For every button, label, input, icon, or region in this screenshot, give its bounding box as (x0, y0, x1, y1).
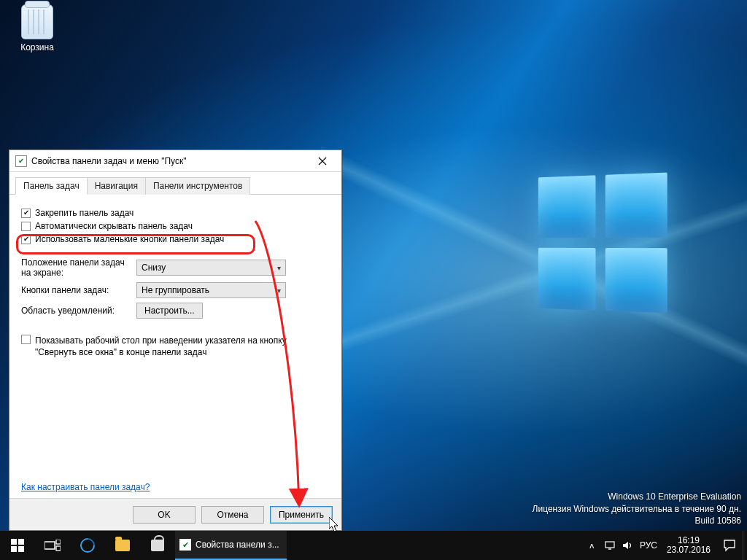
svg-rect-4 (44, 542, 55, 549)
folder-icon (115, 540, 130, 551)
checkbox-icon (21, 335, 31, 344)
svg-rect-5 (56, 540, 61, 544)
position-row: Положение панели задач на экране: Снизу … (21, 257, 330, 278)
checkbox-icon (21, 235, 31, 244)
dialog-body: Закрепить панель задач Автоматически скр… (9, 195, 341, 498)
buttons-row: Кнопки панели задач: Не группировать ▾ (21, 282, 330, 298)
network-icon[interactable] (601, 531, 619, 560)
show-desktop-button[interactable] (743, 531, 747, 560)
tab-toolbars[interactable]: Панели инструментов (145, 177, 250, 195)
autohide-taskbar-checkbox[interactable]: Автоматически скрывать панель задач (21, 221, 330, 231)
action-center-button[interactable] (716, 539, 743, 552)
close-button[interactable] (306, 151, 338, 171)
dialog-tabs: Панель задач Навигация Панели инструмент… (9, 172, 341, 195)
svg-rect-3 (18, 546, 24, 552)
svg-rect-2 (11, 546, 17, 552)
taskbar-running-item[interactable]: Свойства панели з... (175, 531, 287, 560)
svg-rect-7 (605, 542, 614, 548)
taskbar-clock[interactable]: 16:19 23.07.2016 (661, 536, 716, 555)
ok-button[interactable]: OK (133, 506, 196, 524)
chevron-down-icon: ▾ (277, 264, 281, 272)
recycle-bin-label: Корзина (12, 42, 63, 52)
help-link[interactable]: Как настраивать панели задач? (21, 482, 150, 492)
edge-icon (77, 535, 98, 556)
position-combobox[interactable]: Снизу ▾ (136, 260, 286, 276)
dialog-titlebar[interactable]: Свойства панели задач и меню "Пуск" (9, 150, 341, 172)
tab-navigation[interactable]: Навигация (87, 177, 146, 195)
chevron-down-icon: ▾ (277, 287, 281, 295)
small-buttons-checkbox[interactable]: Использовать маленькие кнопки панели зад… (21, 234, 330, 244)
dialog-title: Свойства панели задач и меню "Пуск" (31, 156, 306, 166)
dialog-icon (15, 155, 27, 167)
store-button[interactable] (140, 531, 175, 560)
svg-rect-1 (18, 539, 24, 545)
dialog-button-bar: OK Отмена Применить (9, 498, 341, 530)
svg-rect-6 (56, 546, 61, 551)
notify-configure-button[interactable]: Настроить... (136, 303, 203, 319)
tray-overflow-button[interactable]: ʌ (584, 531, 601, 560)
buttons-combobox[interactable]: Не группировать ▾ (136, 282, 286, 298)
lock-taskbar-checkbox[interactable]: Закрепить панель задач (21, 208, 330, 218)
trash-icon (21, 4, 53, 39)
taskview-button[interactable] (35, 531, 70, 560)
taskbar: Свойства панели з... ʌ РУС 16:19 23.07.2… (0, 531, 747, 560)
apply-button[interactable]: Применить (270, 506, 333, 524)
buttons-label: Кнопки панели задач: (21, 285, 131, 295)
checkbox-icon (21, 222, 31, 231)
peek-desktop-checkbox[interactable]: Показывать рабочий стол при наведении ук… (21, 335, 330, 358)
windows-watermark: Windows 10 Enterprise Evaluation Лицензи… (533, 491, 741, 526)
edge-button[interactable] (70, 531, 105, 560)
taskbar-properties-dialog: Свойства панели задач и меню "Пуск" Пане… (9, 149, 342, 531)
position-label: Положение панели задач на экране: (21, 257, 131, 278)
store-icon (151, 540, 164, 551)
app-icon (179, 539, 191, 551)
explorer-button[interactable] (105, 531, 140, 560)
volume-icon[interactable] (619, 531, 636, 560)
checkbox-icon (21, 209, 31, 218)
cancel-button[interactable]: Отмена (201, 506, 264, 524)
start-button[interactable] (0, 531, 35, 560)
language-indicator[interactable]: РУС (636, 531, 661, 560)
recycle-bin-icon[interactable]: Корзина (12, 4, 63, 52)
notify-label: Область уведомлений: (21, 306, 131, 316)
svg-rect-0 (11, 539, 17, 545)
tab-taskbar[interactable]: Панель задач (15, 177, 88, 195)
notify-row: Область уведомлений: Настроить... (21, 303, 330, 319)
